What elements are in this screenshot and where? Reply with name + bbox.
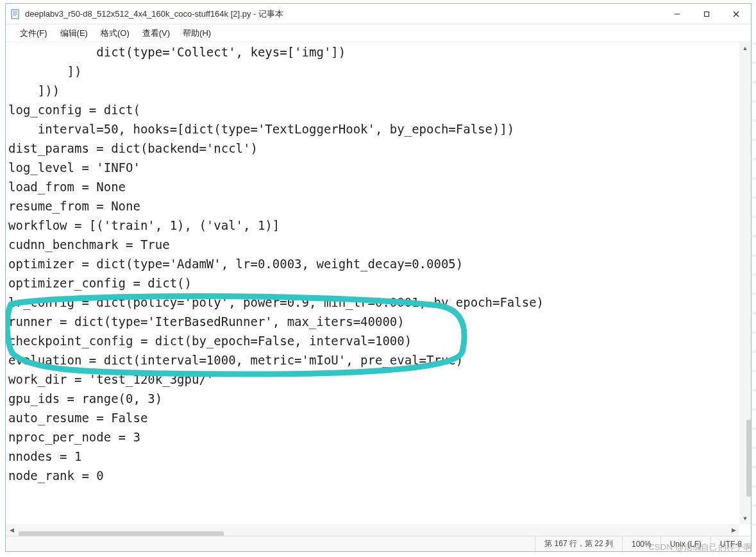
scroll-thumb-vertical[interactable] bbox=[746, 420, 751, 497]
menu-edit[interactable]: 编辑(E) bbox=[54, 25, 94, 42]
status-position: 第 167 行，第 22 列 bbox=[535, 536, 622, 551]
vertical-scrollbar[interactable]: ▲ ▼ bbox=[739, 42, 751, 524]
status-bar: 第 167 行，第 22 列 100% Unix (LF) UTF-8 bbox=[6, 536, 751, 551]
scroll-thumb-horizontal[interactable] bbox=[19, 531, 224, 536]
editor-area: dict(type='Collect', keys=['img']) ]) ])… bbox=[6, 42, 751, 536]
scroll-left-button[interactable]: ◀ bbox=[6, 524, 17, 536]
window-title: deeplabv3_r50-d8_512x512_4x4_160k_coco-s… bbox=[25, 8, 662, 20]
scroll-down-button[interactable]: ▼ bbox=[739, 513, 751, 524]
menu-format[interactable]: 格式(O) bbox=[94, 25, 136, 42]
notepad-icon bbox=[10, 8, 21, 20]
window-controls bbox=[662, 4, 751, 24]
minimize-button[interactable] bbox=[662, 4, 692, 24]
scroll-right-button[interactable]: ▶ bbox=[728, 524, 739, 536]
scroll-up-button[interactable]: ▲ bbox=[739, 42, 751, 54]
menu-bar: 文件(F) 编辑(E) 格式(O) 查看(V) 帮助(H) bbox=[6, 24, 751, 42]
menu-view[interactable]: 查看(V) bbox=[136, 25, 176, 42]
text-content[interactable]: dict(type='Collect', keys=['img']) ]) ])… bbox=[7, 42, 739, 524]
menu-help[interactable]: 帮助(H) bbox=[176, 25, 217, 42]
menu-file[interactable]: 文件(F) bbox=[13, 25, 54, 42]
svg-rect-6 bbox=[705, 12, 709, 17]
watermark-text: CSDN @活成自己的样子啊 bbox=[648, 542, 752, 553]
notepad-window: deeplabv3_r50-d8_512x512_4x4_160k_coco-s… bbox=[5, 3, 752, 552]
close-button[interactable] bbox=[721, 4, 751, 24]
title-bar: deeplabv3_r50-d8_512x512_4x4_160k_coco-s… bbox=[6, 4, 751, 24]
horizontal-scrollbar[interactable]: ◀ ▶ bbox=[6, 524, 739, 536]
maximize-button[interactable] bbox=[692, 4, 721, 24]
